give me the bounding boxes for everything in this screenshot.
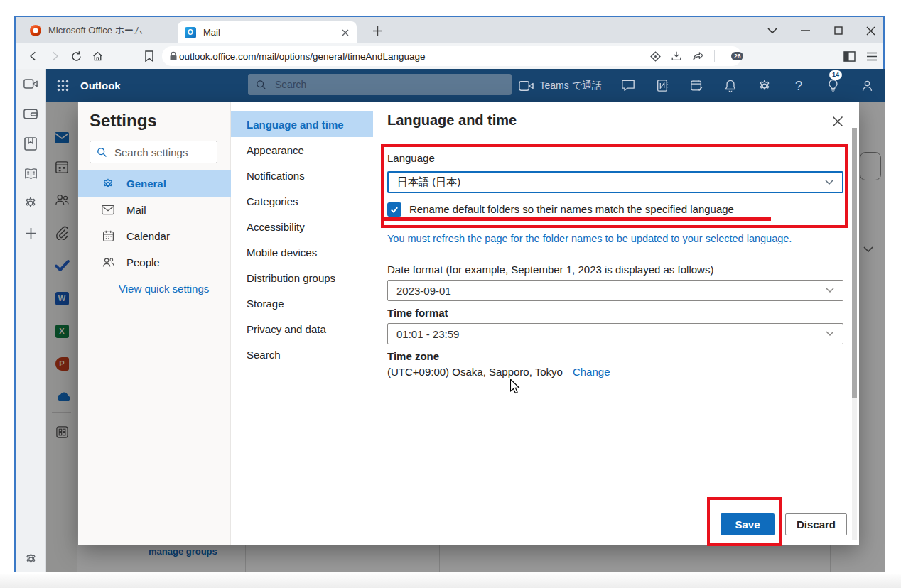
tips-bulb-icon[interactable]: 14 [821, 74, 845, 98]
annotation-box-save [707, 497, 782, 546]
sidebar-settings-icon[interactable] [23, 195, 38, 211]
search-icon [255, 79, 266, 90]
category-nav-pane: Language and time Appearance Notificatio… [231, 102, 373, 545]
download-icon[interactable] [671, 50, 682, 62]
tab-search-chevron-icon[interactable] [762, 20, 783, 41]
date-format-select[interactable]: 2023-09-01 [387, 280, 843, 301]
search-icon [96, 146, 107, 158]
discard-button[interactable]: Discard [785, 513, 847, 535]
sidebar-item-people[interactable]: People [78, 249, 231, 276]
category-privacy-and-data[interactable]: Privacy and data [231, 316, 373, 342]
sidebar-gear-icon[interactable] [23, 551, 38, 567]
settings-nav-pane: Settings General Mail Calendar [78, 102, 231, 545]
sidebar-item-mail[interactable]: Mail [78, 197, 231, 223]
tab-close-icon[interactable] [341, 28, 350, 37]
add-sidebar-item-icon[interactable] [23, 225, 38, 241]
annotation-box-language [381, 144, 848, 228]
maximize-button[interactable] [828, 20, 849, 41]
outlook-app-title[interactable]: Outlook [80, 80, 121, 92]
sidebar-item-calendar[interactable]: Calendar [78, 223, 231, 249]
outlook-header: Outlook Teams で通話 ? 14 [46, 69, 885, 102]
category-storage[interactable]: Storage [231, 290, 373, 316]
category-categories[interactable]: Categories [231, 188, 373, 214]
sidebar-toggle-icon[interactable] [838, 45, 860, 67]
teams-call-label[interactable]: Teams で通話 [540, 80, 602, 92]
mouse-cursor [510, 379, 522, 395]
brave-sidebar [16, 69, 46, 572]
browser-tab-strip: Microsoft Office ホーム O Mail [16, 17, 883, 43]
sidebar-item-label: Calendar [126, 230, 170, 242]
extension-icon[interactable] [650, 51, 661, 62]
time-format-label: Time format [387, 307, 448, 319]
time-zone-value: (UTC+09:00) Osaka, Sapporo, Tokyo [387, 366, 563, 378]
tab-office-home[interactable]: Microsoft Office ホーム [24, 17, 149, 43]
toolbar-divider [714, 50, 715, 62]
home-button[interactable] [87, 45, 108, 67]
office-favicon-icon [30, 25, 41, 36]
brave-talk-icon[interactable] [23, 76, 38, 92]
tips-badge: 14 [829, 70, 842, 80]
reading-list-icon[interactable] [23, 165, 38, 181]
close-icon[interactable] [829, 112, 847, 131]
wallet-icon[interactable] [23, 106, 38, 121]
back-button[interactable] [23, 45, 44, 67]
browser-toolbar: 26 [16, 43, 883, 69]
bookmark-icon[interactable] [139, 45, 160, 67]
reload-button[interactable] [65, 45, 87, 67]
people-icon [101, 256, 115, 270]
lock-icon [169, 51, 178, 61]
gear-icon [101, 177, 115, 191]
settings-title: Settings [90, 111, 157, 131]
calendar-check-icon[interactable] [684, 74, 708, 98]
close-window-button[interactable] [860, 20, 881, 41]
note-feed-icon[interactable] [650, 74, 674, 98]
address-bar[interactable]: 26 [162, 46, 742, 66]
screenshot-stage: Microsoft Office ホーム O Mail [0, 0, 901, 588]
app-launcher-icon[interactable] [50, 74, 75, 98]
tab-mail-label: Mail [203, 27, 341, 38]
video-call-icon[interactable] [514, 74, 539, 98]
category-distribution-groups[interactable]: Distribution groups [231, 265, 373, 290]
settings-search-input[interactable] [113, 146, 205, 159]
tab-mail[interactable]: O Mail [178, 21, 357, 43]
desktop-background [0, 574, 901, 588]
category-notifications[interactable]: Notifications [231, 163, 373, 188]
forward-button[interactable] [44, 45, 65, 67]
new-tab-button[interactable] [367, 20, 388, 41]
page-title: Language and time [387, 112, 517, 129]
panel-scrollbar[interactable] [852, 128, 857, 540]
account-person-icon[interactable] [855, 74, 879, 98]
time-format-select[interactable]: 01:01 - 23:59 [387, 323, 843, 344]
outlook-search-input[interactable] [274, 78, 451, 91]
help-icon[interactable]: ? [787, 74, 811, 98]
category-search[interactable]: Search [231, 342, 373, 367]
outlook-favicon-icon: O [185, 27, 196, 38]
annotation-underline [382, 217, 771, 221]
tab-office-home-label: Microsoft Office ホーム [48, 24, 143, 37]
chat-icon[interactable] [616, 74, 640, 98]
settings-gear-icon[interactable] [752, 74, 777, 98]
settings-search-box[interactable] [90, 141, 217, 163]
share-icon[interactable] [692, 51, 704, 62]
change-timezone-link[interactable]: Change [573, 366, 610, 378]
time-zone-label: Time zone [387, 350, 439, 362]
category-language-and-time[interactable]: Language and time [231, 111, 373, 137]
menu-icon[interactable] [861, 45, 883, 67]
envelope-icon [101, 203, 115, 217]
sidebar-item-label: Mail [126, 204, 146, 216]
sidebar-item-general[interactable]: General [78, 170, 231, 197]
browser-window: Microsoft Office ホーム O Mail [14, 16, 885, 572]
minimize-button[interactable] [794, 20, 816, 41]
outlook-search-box[interactable] [248, 74, 512, 95]
notifications-bell-icon[interactable] [718, 74, 743, 98]
chevron-down-icon [826, 288, 834, 293]
category-appearance[interactable]: Appearance [231, 137, 373, 163]
view-quick-settings-link[interactable]: View quick settings [119, 283, 209, 295]
shield-badge: 26 [731, 52, 743, 60]
date-format-label: Date format (for example, September 1, 2… [387, 263, 713, 276]
bookmarks-icon[interactable] [23, 136, 38, 151]
chevron-down-icon [826, 331, 834, 337]
category-accessibility[interactable]: Accessibility [231, 214, 373, 239]
category-mobile-devices[interactable]: Mobile devices [231, 239, 373, 265]
url-input[interactable] [178, 50, 650, 62]
